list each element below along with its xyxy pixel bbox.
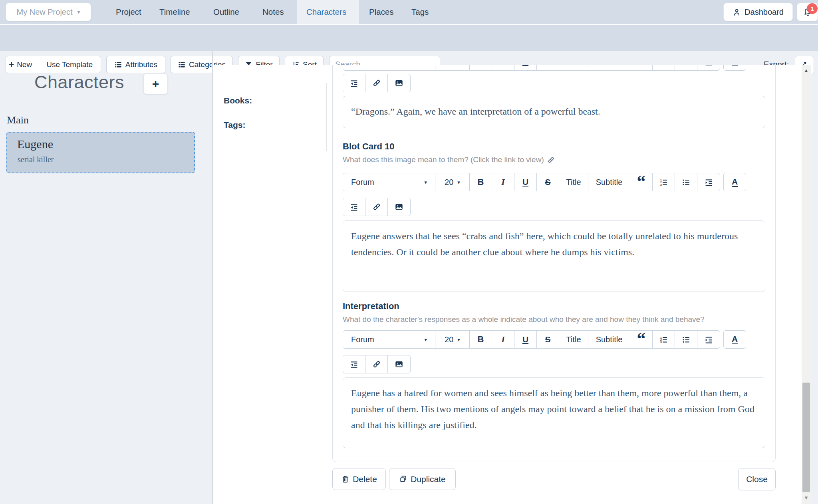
font-size-select[interactable]: 20 ▾: [435, 331, 470, 348]
character-group-label: Main: [7, 114, 29, 126]
strikethrough-button[interactable]: S: [537, 65, 559, 70]
image-button[interactable]: [388, 74, 410, 92]
quote-icon: “: [637, 65, 646, 66]
italic-button[interactable]: I: [492, 65, 514, 70]
indent-icon: [705, 65, 713, 66]
scrollbar-track: ▲ ▼: [802, 65, 811, 504]
field-prompt: What does this image mean to them? (Clic…: [343, 155, 555, 164]
title-style-button[interactable]: Title: [559, 65, 588, 70]
outdent-icon: [350, 203, 358, 211]
divider: [326, 83, 327, 151]
bullet-list-button[interactable]: [675, 331, 697, 348]
link-icon[interactable]: [547, 156, 555, 164]
tab-project[interactable]: Project: [116, 0, 141, 24]
subtitle-style-button[interactable]: Subtitle: [588, 331, 630, 348]
title-style-button[interactable]: Title: [559, 173, 588, 191]
bold-button[interactable]: B: [470, 331, 492, 348]
font-family-select[interactable]: Forum ▾: [343, 173, 435, 191]
field-prompt: What do the character's responses as a w…: [343, 315, 705, 324]
indent-button[interactable]: [697, 331, 720, 348]
top-nav-bar: My New Project ▾ Project Timeline Outlin…: [0, 0, 818, 24]
use-template-button[interactable]: Use Template: [38, 56, 101, 73]
bullet-list-button[interactable]: [675, 173, 697, 191]
italic-button[interactable]: I: [492, 173, 514, 191]
image-button[interactable]: [388, 355, 410, 373]
dashboard-button[interactable]: Dashboard: [723, 3, 793, 21]
italic-button[interactable]: I: [492, 331, 514, 348]
blockquote-button[interactable]: “: [630, 331, 653, 348]
insert-toolbar: [343, 355, 411, 373]
indent-icon: [705, 335, 713, 344]
chevron-down-icon: ▾: [457, 337, 460, 343]
svg-text:3: 3: [660, 65, 662, 65]
text-color-button[interactable]: A: [723, 65, 746, 71]
subtitle-style-button[interactable]: Subtitle: [588, 173, 630, 191]
tab-tags[interactable]: Tags: [411, 0, 429, 24]
bold-button[interactable]: B: [470, 65, 492, 70]
notification-badge: 1: [807, 3, 818, 14]
new-button[interactable]: + New: [6, 56, 35, 73]
close-button[interactable]: Close: [738, 468, 776, 490]
strikethrough-button[interactable]: S: [537, 331, 559, 348]
chevron-down-icon: ▾: [424, 337, 427, 343]
tab-outline[interactable]: Outline: [213, 0, 239, 24]
link-icon: [372, 202, 381, 211]
tab-places[interactable]: Places: [369, 0, 394, 24]
blockquote-button[interactable]: “: [630, 65, 653, 70]
text-color-button[interactable]: A: [723, 330, 746, 349]
add-character-button[interactable]: +: [143, 73, 168, 94]
image-icon: [395, 360, 403, 369]
subtitle-style-button[interactable]: Subtitle: [588, 65, 630, 70]
ordered-list-icon: 1 2 3: [659, 178, 668, 187]
blockquote-button[interactable]: “: [630, 173, 653, 191]
attributes-button[interactable]: Attributes: [106, 56, 165, 73]
bullet-list-icon: [682, 178, 690, 187]
scrollbar-thumb[interactable]: [802, 383, 810, 492]
outdent-button[interactable]: [343, 198, 365, 216]
tab-characters[interactable]: Characters: [306, 0, 346, 24]
chevron-down-icon: ▾: [424, 179, 427, 185]
rich-text-toolbar: Forum ▾ 20 ▾ B I U S Title Subtitle “ 1 …: [343, 330, 720, 349]
scroll-up-arrow[interactable]: ▲: [802, 67, 811, 73]
indent-button[interactable]: [697, 173, 720, 191]
link-button[interactable]: [365, 198, 388, 216]
ordered-list-button[interactable]: 1 2 3: [653, 65, 675, 70]
link-button[interactable]: [365, 74, 388, 92]
delete-button[interactable]: Delete: [332, 468, 386, 490]
font-size-select[interactable]: 20 ▾: [435, 65, 470, 70]
underline-button[interactable]: U: [514, 331, 537, 348]
action-toolbar: + New Use Template Attributes: [0, 25, 818, 51]
list-icon: [178, 61, 186, 69]
text-color-button[interactable]: A: [723, 173, 746, 191]
answer-field[interactable]: Eugene has a hatred for women and sees h…: [343, 377, 765, 448]
chevron-down-icon: ▾: [77, 9, 80, 15]
font-family-select[interactable]: Forum ▾: [343, 65, 435, 70]
tab-timeline[interactable]: Timeline: [159, 0, 190, 24]
answer-field[interactable]: Eugene answers that he sees “crabs and f…: [343, 220, 765, 292]
ordered-list-button[interactable]: 1 2 3: [653, 331, 675, 348]
dashboard-label: Dashboard: [745, 8, 784, 17]
project-selector[interactable]: My New Project ▾: [6, 3, 91, 21]
link-button[interactable]: [365, 355, 388, 373]
character-card-eugene[interactable]: Eugene serial killer: [6, 132, 195, 173]
strikethrough-button[interactable]: S: [537, 173, 559, 191]
image-button[interactable]: [388, 198, 410, 216]
answer-field[interactable]: “Dragons.” Again, we have an interpretat…: [343, 96, 765, 128]
bold-button[interactable]: B: [470, 173, 492, 191]
scroll-down-arrow[interactable]: ▼: [802, 495, 811, 501]
font-family-select[interactable]: Forum ▾: [343, 331, 435, 348]
outdent-button[interactable]: [343, 74, 365, 92]
indent-button[interactable]: [697, 65, 720, 70]
title-style-button[interactable]: Title: [559, 331, 588, 348]
ordered-list-button[interactable]: 1 2 3: [653, 173, 675, 191]
underline-button[interactable]: U: [514, 173, 537, 191]
font-size-select[interactable]: 20 ▾: [435, 173, 470, 191]
duplicate-button[interactable]: Duplicate: [389, 468, 456, 490]
ordered-list-icon: 1 2 3: [659, 335, 668, 344]
underline-button[interactable]: U: [514, 65, 537, 70]
outdent-button[interactable]: [343, 355, 365, 373]
bullet-list-button[interactable]: [675, 65, 697, 70]
tab-notes[interactable]: Notes: [262, 0, 284, 24]
outdent-icon: [350, 360, 358, 369]
svg-text:3: 3: [660, 183, 662, 186]
